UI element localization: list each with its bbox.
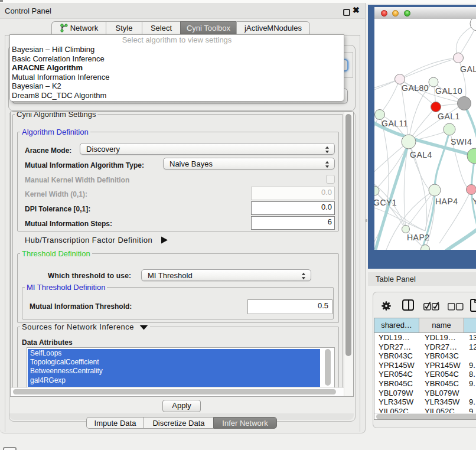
svg-text:HAP2: HAP2 bbox=[407, 233, 430, 242]
svg-text:SWI4: SWI4 bbox=[451, 137, 472, 146]
svg-text:HAP4: HAP4 bbox=[435, 197, 458, 206]
svg-text:GCY1: GCY1 bbox=[374, 198, 397, 207]
svg-text:GAL10: GAL10 bbox=[435, 86, 462, 96]
svg-text:GAL4: GAL4 bbox=[410, 150, 432, 159]
svg-text:GAL11: GAL11 bbox=[382, 119, 408, 128]
svg-text:GAL1: GAL1 bbox=[438, 112, 460, 121]
svg-text:Y: Y bbox=[472, 197, 476, 206]
svg-text:GAL80: GAL80 bbox=[402, 83, 429, 93]
svg-text:GAL7: GAL7 bbox=[460, 64, 476, 74]
